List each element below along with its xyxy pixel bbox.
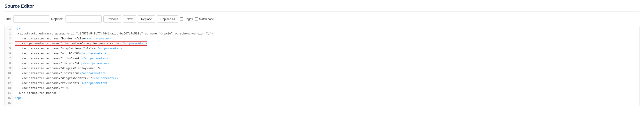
table-row: 4 <ac:parameter ac:name="diagramName">to… bbox=[5, 41, 639, 46]
line-number: 2 bbox=[5, 31, 13, 36]
line-content: <ac:parameter ac:name="lbox">true</ac:pa… bbox=[13, 71, 639, 76]
line-number: 9 bbox=[5, 66, 13, 71]
table-row: 14 </ac:structured-macro> bbox=[5, 91, 639, 96]
line-content: </p> bbox=[13, 96, 639, 101]
line-content: <p> bbox=[13, 26, 639, 31]
line-content: <ac:parameter ac:name="" /> bbox=[13, 86, 639, 91]
replace-input[interactable] bbox=[66, 15, 102, 22]
line-content: <ac:parameter ac:name="tbstyle">top</ac:… bbox=[13, 61, 639, 66]
match-case-checkbox[interactable] bbox=[195, 17, 198, 20]
line-content: <ac:structured-macro ac:macro-id="c1f572… bbox=[13, 31, 639, 36]
table-row: 12 <ac:parameter ac:name="revision">5</a… bbox=[5, 81, 639, 86]
line-number: 15 bbox=[5, 96, 13, 101]
line-content: <ac:parameter ac:name="diagramName">togg… bbox=[13, 41, 639, 46]
previous-button[interactable]: Previous bbox=[103, 15, 122, 22]
page-title: Source Editor bbox=[4, 4, 640, 12]
line-number: 14 bbox=[5, 91, 13, 96]
line-content: <ac:parameter ac:name="diagramDisplayNam… bbox=[13, 66, 639, 71]
table-row: 3 <ac:parameter ac:name="border">false</… bbox=[5, 36, 639, 41]
line-number: 12 bbox=[5, 81, 13, 86]
line-number: 3 bbox=[5, 36, 13, 41]
line-content: <ac:parameter ac:name="border">false</ac… bbox=[13, 36, 639, 41]
source-editor-container: Source Editor Find Replace Previous Next… bbox=[0, 0, 644, 110]
regex-checkbox-group[interactable]: Regex bbox=[180, 17, 193, 21]
line-content: </ac:structured-macro> bbox=[13, 91, 639, 96]
match-case-checkbox-group[interactable]: Match case bbox=[195, 17, 214, 21]
table-row: 15</p> bbox=[5, 96, 639, 101]
line-number: 1 bbox=[5, 26, 13, 31]
line-content: <ac:parameter ac:name="diagramWidth">227… bbox=[13, 76, 639, 81]
line-content: <ac:parameter ac:name="revision">5</ac:p… bbox=[13, 81, 639, 86]
table-row: 1<p> bbox=[5, 26, 639, 31]
replace-button[interactable]: Replace bbox=[138, 15, 155, 22]
line-content: <ac:parameter ac:name="simpleViewer">fal… bbox=[13, 46, 639, 51]
line-number: 11 bbox=[5, 76, 13, 81]
line-number: 8 bbox=[5, 61, 13, 66]
replace-all-button[interactable]: Replace all bbox=[157, 15, 178, 22]
table-row: 13 <ac:parameter ac:name="" /> bbox=[5, 86, 639, 91]
find-input[interactable] bbox=[13, 15, 49, 22]
find-replace-toolbar: Find Replace Previous Next Replace Repla… bbox=[4, 15, 640, 22]
line-number: 5 bbox=[5, 46, 13, 51]
table-row: 2 <ac:structured-macro ac:macro-id="c1f5… bbox=[5, 31, 639, 36]
line-number: 16 bbox=[5, 101, 13, 106]
line-number: 10 bbox=[5, 71, 13, 76]
line-number: 4 bbox=[5, 41, 13, 46]
line-content: <ac:parameter ac:name="links">auto</ac:p… bbox=[13, 56, 639, 61]
table-row: 16 bbox=[5, 101, 639, 106]
table-row: 7 <ac:parameter ac:name="links">auto</ac… bbox=[5, 56, 639, 61]
table-row: 10 <ac:parameter ac:name="lbox">true</ac… bbox=[5, 71, 639, 76]
replace-label: Replace bbox=[51, 17, 62, 21]
table-row: 6 <ac:parameter ac:name="width">500</ac:… bbox=[5, 51, 639, 56]
line-number: 6 bbox=[5, 51, 13, 56]
table-row: 8 <ac:parameter ac:name="tbstyle">top</a… bbox=[5, 61, 639, 66]
table-row: 5 <ac:parameter ac:name="simpleViewer">f… bbox=[5, 46, 639, 51]
table-row: 9 <ac:parameter ac:name="diagramDisplayN… bbox=[5, 66, 639, 71]
match-case-label: Match case bbox=[199, 17, 214, 21]
regex-checkbox[interactable] bbox=[180, 17, 183, 20]
find-label: Find bbox=[4, 17, 10, 21]
table-row: 11 <ac:parameter ac:name="diagramWidth">… bbox=[5, 76, 639, 81]
line-number: 13 bbox=[5, 86, 13, 91]
code-editor[interactable]: 1<p>2 <ac:structured-macro ac:macro-id="… bbox=[4, 26, 640, 106]
regex-label: Regex bbox=[184, 17, 193, 21]
line-content: <ac:parameter ac:name="width">500</ac:pa… bbox=[13, 51, 639, 56]
next-button[interactable]: Next bbox=[123, 15, 136, 22]
line-number: 7 bbox=[5, 56, 13, 61]
